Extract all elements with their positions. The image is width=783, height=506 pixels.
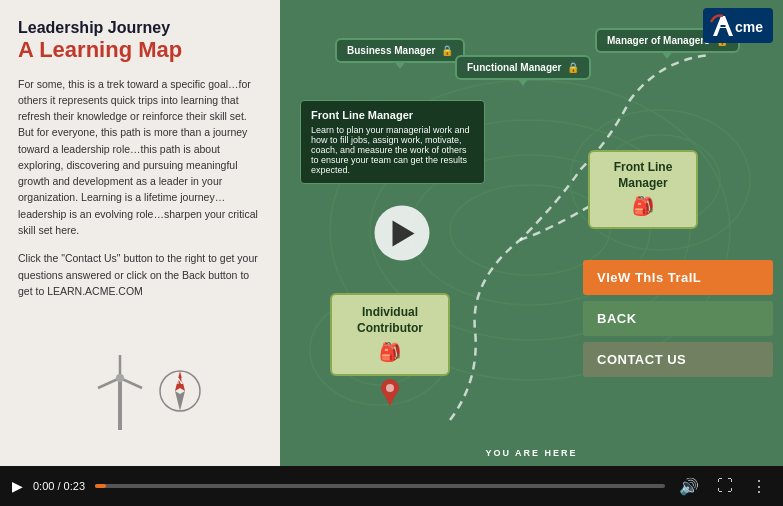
title-small: Leadership Journey <box>18 18 262 37</box>
flm-popup: Front Line Manager Learn to plan your ma… <box>300 100 485 184</box>
svg-marker-7 <box>175 391 185 411</box>
compass-icon: N <box>155 366 205 416</box>
left-panel: Leadership Journey A Learning Map For so… <box>0 0 280 466</box>
back-button[interactable]: BACK <box>583 301 773 336</box>
flm-popup-title: Front Line Manager <box>311 109 474 121</box>
fullscreen-button[interactable]: ⛶ <box>713 477 737 495</box>
click-text: Click the "Contact Us" button to the rig… <box>18 250 262 299</box>
svg-point-4 <box>116 374 124 382</box>
you-are-here-label: YOU ARE HERE <box>280 448 783 458</box>
volume-button[interactable]: 🔊 <box>675 477 703 496</box>
backpack-icon-2: 🎒 <box>342 341 438 364</box>
windmill-icon <box>90 350 150 434</box>
individual-contributor-card[interactable]: Individual Contributor 🎒 <box>330 293 450 376</box>
svg-point-26 <box>386 384 394 392</box>
acme-logo: cme <box>703 8 773 43</box>
flm-popup-desc: Learn to plan your managerial work and h… <box>311 125 474 175</box>
more-options-button[interactable]: ⋮ <box>747 477 771 496</box>
right-buttons-panel: VIeW ThIs TraIL BACK CONTACT US <box>583 260 773 377</box>
lock-icon: 🔒 <box>441 45 453 56</box>
backpack-icon: 🎒 <box>598 195 688 218</box>
map-area: cme Business Manager 🔒 Functional Manage… <box>280 0 783 466</box>
title-large: A Learning Map <box>18 37 262 63</box>
play-button[interactable] <box>374 206 429 261</box>
video-controls-bar: ▶ 0:00 / 0:23 🔊 ⛶ ⋮ <box>0 466 783 506</box>
view-trail-button[interactable]: VIeW ThIs TraIL <box>583 260 773 295</box>
video-area: Leadership Journey A Learning Map For so… <box>0 0 783 466</box>
progress-bar-fill <box>95 484 106 488</box>
svg-marker-25 <box>384 394 396 406</box>
svg-text:cme: cme <box>735 19 763 35</box>
controls-play-button[interactable]: ▶ <box>12 478 23 494</box>
main-container: Leadership Journey A Learning Map For so… <box>0 0 783 506</box>
body-text-1: For some, this is a trek toward a specif… <box>18 76 262 239</box>
flm-card[interactable]: Front Line Manager 🎒 <box>588 150 698 229</box>
time-display: 0:00 / 0:23 <box>33 480 85 492</box>
svg-text:N: N <box>177 376 184 386</box>
functional-manager-node[interactable]: Functional Manager 🔒 <box>455 55 591 80</box>
progress-bar[interactable] <box>95 484 665 488</box>
svg-rect-0 <box>118 380 122 430</box>
svg-rect-19 <box>721 25 726 27</box>
contact-us-button[interactable]: CONTACT US <box>583 342 773 377</box>
lock-icon-2: 🔒 <box>567 62 579 73</box>
ic-map-pin <box>380 378 400 406</box>
business-manager-node[interactable]: Business Manager 🔒 <box>335 38 465 63</box>
